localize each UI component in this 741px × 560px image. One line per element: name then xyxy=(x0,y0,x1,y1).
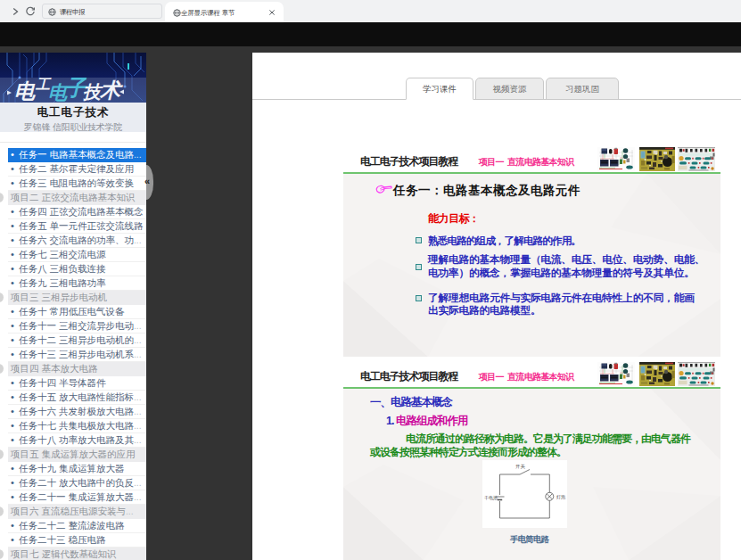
svg-text:开关: 开关 xyxy=(515,464,526,469)
svg-text:灯泡: 灯泡 xyxy=(556,494,565,500)
svg-text:术: 术 xyxy=(99,79,123,102)
svg-text:干电池: 干电池 xyxy=(484,495,498,501)
svg-text:电: 电 xyxy=(14,80,36,103)
